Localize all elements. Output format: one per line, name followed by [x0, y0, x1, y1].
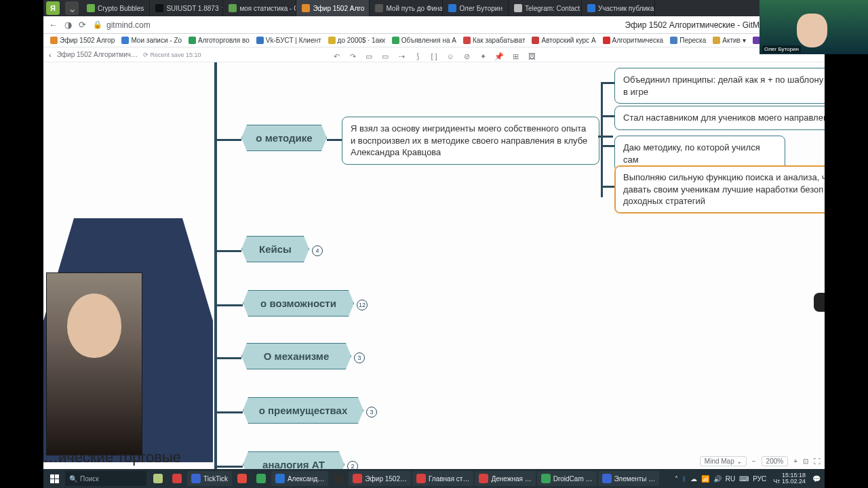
os-menu-button[interactable]: ⌄ [65, 1, 79, 15]
browser-tab[interactable]: Мой путь до Фина [370, 0, 443, 16]
mindmap-child-node[interactable]: Выполняю сильную функцию поиска и анализ… [614, 165, 825, 214]
branch-line [216, 250, 241, 252]
ai-icon[interactable]: ✦ [478, 52, 488, 61]
notifications-icon[interactable]: 💬 [812, 475, 821, 483]
browser-tab[interactable]: Олег Буторин [443, 0, 509, 16]
relation-icon[interactable]: ⇢ [397, 52, 406, 61]
child-count-badge[interactable]: 3 [366, 407, 377, 418]
taskbar-app[interactable]: Эфир 1502… [349, 471, 411, 486]
reload-icon[interactable]: ⟳ [79, 20, 86, 30]
network-icon[interactable]: 📶 [701, 475, 709, 483]
search-placeholder: Поиск [80, 475, 99, 483]
back-icon[interactable]: ← [49, 20, 58, 30]
system-tray[interactable]: ˄ ᛒ ☁ 📶 🔊 RU ⌨ РУС 15:15:18 Чт 15.02.24 … [671, 472, 825, 485]
page-title: Эфир 1502 Алгоритмические - GitMind [625, 20, 770, 30]
crumb-back-icon[interactable]: ‹ [49, 51, 52, 59]
os-home-button[interactable]: Я [46, 1, 60, 15]
search-icon: 🔍 [69, 475, 77, 483]
format-icon[interactable]: ⊞ [511, 52, 520, 61]
zoom-level[interactable]: 200% [762, 456, 789, 466]
child-count-badge[interactable]: 3 [354, 352, 365, 363]
mindmap-node-ana[interactable]: аналогия АТ [243, 451, 344, 469]
pin-icon[interactable]: 📌 [494, 52, 504, 61]
fit-icon[interactable]: ⊡ [803, 458, 808, 465]
bookmark-item[interactable]: Алготорговля во [186, 37, 252, 44]
node-icon[interactable]: ▭ [364, 52, 374, 61]
mindmap-node-method[interactable]: о методике [241, 125, 327, 151]
taskbar-app[interactable]: Денежная … [475, 471, 535, 486]
bracket-icon[interactable]: [ ] [429, 52, 439, 60]
summary-icon[interactable]: ⟆ [413, 52, 422, 61]
bookmark-item[interactable]: Переска [667, 37, 709, 44]
bookmark-item[interactable]: до 2000$ · 1акк [326, 37, 388, 44]
side-widget[interactable] [814, 293, 825, 312]
url-field[interactable]: 🔒 gitmind.com [93, 20, 618, 30]
taskbar-app[interactable] [168, 471, 186, 486]
redo-icon[interactable]: ↷ [348, 52, 357, 61]
lang-indicator[interactable]: RU [726, 475, 735, 483]
view-mode-select[interactable]: Mind Map⌄ [700, 456, 747, 466]
taskbar-app[interactable] [233, 471, 251, 486]
taskbar-app[interactable]: Александ… [271, 471, 328, 486]
lang-layout[interactable]: РУС [753, 475, 766, 483]
bookmark-item[interactable]: Как зарабатыват [460, 37, 528, 44]
image-icon[interactable]: 🖼 [527, 52, 536, 60]
browser-tab[interactable]: Участник публика [582, 0, 655, 16]
browser-tab[interactable]: Эфир 1502 Алго [296, 0, 370, 16]
bookmark-item[interactable]: Vk-БУСТ | Клиент [254, 37, 324, 44]
start-button[interactable] [46, 470, 62, 487]
bookmark-item[interactable]: Мои записи - Zo [119, 37, 184, 44]
taskbar-search[interactable]: 🔍 Поиск [65, 471, 146, 486]
bookmark-item[interactable]: Эфир 1502 Алгор [47, 37, 117, 44]
taskbar-app[interactable]: TickTick [187, 471, 232, 486]
editor-toolbar: ↶ ↷ ▭ ▭ ⇢ ⟆ [ ] ☺ ⊘ ✦ 📌 ⊞ 🖼 [332, 50, 536, 62]
cloud-icon[interactable]: ☁ [690, 475, 697, 483]
taskbar-app[interactable] [252, 471, 270, 486]
emoji-icon[interactable]: ☺ [446, 52, 455, 60]
child-count-badge[interactable]: 4 [312, 245, 323, 256]
fullscreen-icon[interactable]: ⛶ [814, 458, 821, 465]
mindmap-node-adv[interactable]: о преимуществах [243, 397, 363, 424]
mindmap-description[interactable]: Я взял за основу ингридиенты моего собст… [342, 117, 599, 165]
branch-line [602, 145, 614, 147]
zoom-in-icon[interactable]: + [793, 458, 797, 465]
bookmark-item[interactable]: Актив ▾ [710, 37, 748, 44]
branch-line [216, 139, 241, 141]
taskbar-app[interactable] [330, 471, 347, 486]
bluetooth-icon[interactable]: ᛒ [682, 475, 686, 483]
taskbar-app[interactable]: DroidCam … [537, 471, 597, 486]
taskbar-app[interactable]: Элементы … [598, 471, 660, 486]
undo-icon[interactable]: ↶ [332, 52, 341, 61]
browser-tab[interactable]: моя статистика - С [223, 0, 296, 16]
browser-tab-strip: Я ⌄ Crypto BubblesSUIUSDT 1.8873 ▼моя ст… [43, 0, 825, 16]
webcam-name: Олег Буторин [762, 45, 801, 53]
mindmap-node-opp[interactable]: о возможности [243, 290, 354, 317]
child-count-badge[interactable]: 2 [347, 461, 358, 469]
link-icon[interactable]: ⊘ [462, 52, 471, 61]
bookmark-item[interactable]: Алгоритмическа [600, 37, 667, 44]
browser-tab[interactable]: Crypto Bubbles [81, 0, 150, 16]
taskbar-app[interactable]: Главная ст… [412, 471, 473, 486]
crumb-title[interactable]: Эфир 1502 Алгоритмич… [57, 51, 138, 58]
tray-chevron-icon[interactable]: ˄ [675, 475, 678, 483]
mindmap-node-mech[interactable]: О механизме [241, 343, 351, 369]
mindmap-child-node[interactable]: Стал наставником для учеников моего напр… [614, 106, 825, 130]
slide-title-fragment: …ические торговые [43, 449, 181, 466]
bookmark-item[interactable]: Авторский курс А [529, 37, 598, 44]
branch-line [602, 115, 614, 117]
mindmap-canvas[interactable]: о методикеЯ взял за основу ингридиенты м… [43, 62, 825, 469]
mindmap-child-node[interactable]: Объединил принципы: делай как я + по шаб… [614, 68, 825, 104]
child-count-badge[interactable]: 12 [357, 300, 368, 310]
bookmark-item[interactable]: Объявления на А [389, 37, 459, 44]
shield-icon[interactable]: ◑ [64, 20, 72, 30]
volume-icon[interactable]: 🔊 [713, 475, 722, 483]
taskbar-clock[interactable]: 15:15:18 Чт 15.02.24 [770, 472, 808, 485]
subnode-icon[interactable]: ▭ [380, 52, 390, 61]
browser-tab[interactable]: Telegram: Contact [509, 0, 582, 16]
crumb-autosave: ⟳ Recent save 15:10 [143, 52, 201, 58]
taskbar-app[interactable] [149, 471, 167, 486]
kb-indicator[interactable]: ⌨ [739, 475, 749, 483]
mindmap-node-cases[interactable]: Кейсы [241, 236, 309, 262]
zoom-out-icon[interactable]: − [752, 458, 756, 465]
browser-tab[interactable]: SUIUSDT 1.8873 ▼ [150, 0, 223, 16]
